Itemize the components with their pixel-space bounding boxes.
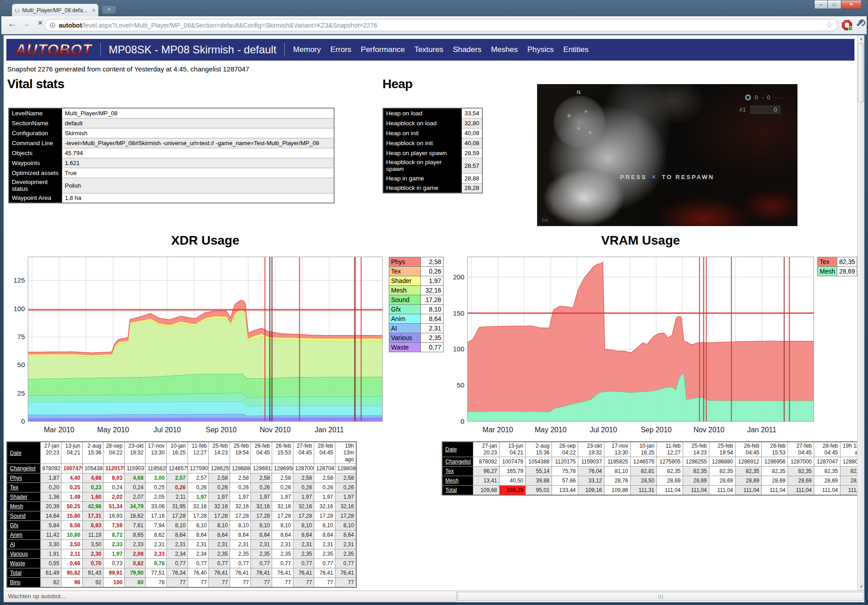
value-cell: 8,10 [209, 521, 230, 530]
legend-value: 8,10 [421, 305, 443, 314]
nav-item-textures[interactable]: Textures [414, 45, 443, 54]
row-label-mesh[interactable]: Mesh [442, 476, 473, 486]
legend-row: Shader1,97 [389, 276, 443, 286]
value-cell: 0,20 [40, 483, 61, 492]
xdr-legend: Phys2,58Tex0,26Shader1,97Mesh32,16Sound1… [389, 257, 443, 352]
scrollbar-thumb[interactable] [858, 43, 864, 102]
value-cell: 133,44 [552, 486, 578, 495]
nav-item-shaders[interactable]: Shaders [453, 45, 481, 54]
nav-item-memory[interactable]: Memory [293, 45, 321, 54]
nav-item-physics[interactable]: Physics [527, 45, 554, 54]
value-cell: 28,69 [761, 476, 788, 486]
row-label-tex[interactable]: Tex [7, 483, 40, 492]
value-cell: 1288080 [335, 464, 356, 473]
tab-multi-player[interactable]: Multi_Player/MP_08:defa... × [12, 4, 99, 16]
tab-close-icon[interactable]: × [92, 7, 95, 14]
scroll-down-icon[interactable]: ▼ [858, 583, 865, 591]
row-label-sound[interactable]: Sound [7, 511, 40, 521]
value-cell: 76,41 [230, 568, 251, 578]
value-cell: 77,51 [146, 568, 167, 578]
value-cell: 8,64 [335, 530, 356, 540]
row-label-date[interactable]: Date [7, 442, 40, 464]
row-label-total[interactable]: Total [7, 568, 40, 578]
horizontal-scrollbar-thumb[interactable] [458, 592, 863, 601]
vital-label: LevelName [9, 108, 62, 118]
nav-item-errors[interactable]: Errors [330, 45, 351, 54]
row-label-phys[interactable]: Phys [7, 473, 40, 483]
value-cell: 15,80 [61, 511, 83, 521]
row-label-date[interactable]: Date [442, 442, 473, 457]
legend-row: Phys2,58 [389, 257, 443, 267]
table-row: Tex0,200,250,230,240,240,250,260,260,260… [7, 483, 356, 492]
heap-label: Heapblock on player spawn [383, 158, 462, 173]
maximize-button[interactable]: □ [828, 0, 841, 9]
table-row: Changelist878092100747910543881120175115… [7, 464, 356, 473]
heap-label: Heap on player spawn [383, 148, 462, 158]
value-cell: 0,77 [167, 559, 188, 568]
value-cell: 75,78 [552, 467, 578, 476]
svg-text:Jan 2011: Jan 2011 [747, 426, 777, 434]
heap-row: Heap on load33,54 [383, 108, 482, 118]
autobot-logo: AUTOBOT [15, 41, 92, 58]
heap-value: 28,88 [462, 173, 482, 183]
row-label-various[interactable]: Various [7, 549, 40, 559]
row-label-ai[interactable]: AI [7, 540, 40, 549]
legend-row: Mesh32,16 [389, 286, 443, 295]
value-cell: 82,35 [735, 467, 761, 476]
row-label-bins[interactable]: Bins [7, 578, 40, 587]
svg-text:May 2010: May 2010 [535, 426, 566, 434]
date-header-cell: 26-feb 15:53 [272, 442, 293, 464]
bookmark-star-icon[interactable]: ☆ [826, 20, 833, 30]
vital-stats-table: LevelNameMulti_Player/MP_08SectionNamede… [8, 108, 335, 203]
value-cell: 2,31 [230, 540, 251, 549]
vital-stats-title: Vital stats [7, 77, 64, 91]
heap-label: Heapblock on init [383, 138, 462, 148]
xdr-usage-chart: 0255075100125Mar 2010May 2010Jul 2010Sep… [12, 254, 388, 440]
value-cell: 1,87 [40, 473, 61, 483]
heap-value: 28,59 [462, 148, 482, 158]
close-button[interactable]: × [841, 0, 862, 9]
horizontal-scrollbar[interactable] [457, 591, 864, 602]
legend-value: 82,35 [837, 257, 857, 267]
row-label-changelist[interactable]: Changelist [7, 464, 40, 473]
value-cell: 1,97 [314, 492, 335, 502]
row-label-anim[interactable]: Anim [7, 530, 40, 540]
value-cell: 39,88 [525, 476, 552, 486]
value-cell: 1,97 [104, 549, 125, 559]
heap-label: Heapblock on load [383, 118, 462, 128]
value-cell: 82,35 [761, 467, 788, 476]
new-tab-button[interactable]: + [102, 6, 116, 14]
page-content: AUTOBOT MP08SK - MP08 Skirmish - default… [4, 35, 857, 591]
row-label-gfx[interactable]: Gfx [7, 521, 40, 530]
value-cell: 17,28 [188, 511, 209, 521]
row-label-mesh[interactable]: Mesh [7, 502, 40, 511]
value-cell: 1,97 [272, 492, 293, 502]
date-header-cell: 27-feb 04:45 [788, 442, 814, 457]
heap-label: Heap in game [383, 173, 462, 183]
value-cell: 17,28 [272, 511, 293, 521]
value-cell: 96,27 [473, 467, 499, 476]
row-label-total[interactable]: Total [442, 486, 473, 495]
legend-row: Gfx8,10 [389, 305, 443, 314]
address-bar[interactable]: autobot /level.aspx?Level=Multi_Player/M… [45, 19, 838, 31]
forward-button[interactable]: → [19, 19, 32, 29]
back-button[interactable]: ← [6, 19, 19, 29]
value-cell: 1,97 [293, 492, 314, 502]
value-cell: 1054388 [525, 457, 552, 467]
row-label-shader[interactable]: Shader [7, 492, 40, 502]
nav-item-performance[interactable]: Performance [361, 45, 405, 54]
value-cell: 8,03 [104, 473, 125, 483]
vertical-scrollbar[interactable]: ▲ ▼ [857, 35, 864, 591]
value-cell: 878092 [473, 457, 499, 467]
value-cell: 0,26 [272, 483, 293, 492]
value-cell: 1286956 [761, 457, 788, 467]
nav-item-entities[interactable]: Entities [563, 45, 589, 54]
nav-item-meshes[interactable]: Meshes [491, 45, 518, 54]
scroll-up-icon[interactable]: ▲ [858, 35, 865, 43]
row-label-tex[interactable]: Tex [442, 467, 473, 476]
minimize-button[interactable]: – [814, 0, 828, 9]
svg-text:125: 125 [14, 276, 25, 284]
row-label-waste[interactable]: Waste [7, 559, 40, 568]
vital-value: -level=Multi_Player/MP_08#Skirmish -univ… [62, 138, 334, 148]
row-label-changelist[interactable]: Changelist [442, 457, 473, 467]
